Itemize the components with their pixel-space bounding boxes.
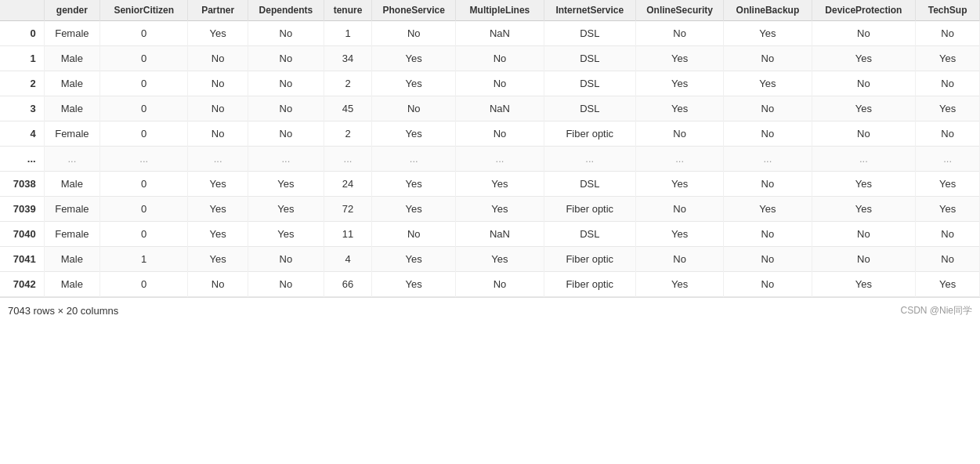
cell-techSupport: Yes bbox=[916, 96, 980, 121]
col-header-senior-citizen: SeniorCitizen bbox=[100, 0, 188, 21]
cell-phoneService: Yes bbox=[372, 46, 456, 71]
table-row: 7041Male1YesNo4YesYesFiber opticNoNoNoNo bbox=[0, 247, 980, 272]
cell-deviceProtection: No bbox=[812, 222, 916, 247]
cell-partner: No bbox=[188, 71, 248, 96]
cell-seniorCitizen: 0 bbox=[100, 121, 188, 147]
cell-seniorCitizen: 0 bbox=[100, 272, 188, 297]
cell-onlineBackup: No bbox=[724, 272, 812, 297]
cell-seniorCitizen: 0 bbox=[100, 71, 188, 96]
cell-internetService: Fiber optic bbox=[544, 247, 635, 272]
cell-seniorCitizen: 0 bbox=[100, 222, 188, 247]
cell-tenure: 24 bbox=[324, 172, 371, 197]
table-row: 7040Female0YesYes11NoNaNDSLYesNoNoNo bbox=[0, 222, 980, 247]
cell-onlineSecurity: Yes bbox=[635, 172, 723, 197]
cell-index: 7040 bbox=[0, 222, 44, 247]
cell-gender: ... bbox=[44, 147, 99, 172]
cell-onlineBackup: No bbox=[724, 222, 812, 247]
cell-techSupport: No bbox=[916, 21, 980, 46]
cell-phoneService: ... bbox=[372, 147, 456, 172]
table-row: 7039Female0YesYes72YesYesFiber opticNoYe… bbox=[0, 197, 980, 222]
cell-internetService: DSL bbox=[544, 71, 635, 96]
cell-techSupport: No bbox=[916, 71, 980, 96]
cell-multipleLines: Yes bbox=[456, 247, 544, 272]
cell-gender: Male bbox=[44, 96, 99, 121]
cell-techSupport: No bbox=[916, 222, 980, 247]
cell-deviceProtection: No bbox=[812, 247, 916, 272]
table-row: 7042Male0NoNo66YesNoFiber opticYesNoYesY… bbox=[0, 272, 980, 297]
cell-multipleLines: ... bbox=[456, 147, 544, 172]
table-row: 7038Male0YesYes24YesYesDSLYesNoYesYes bbox=[0, 172, 980, 197]
cell-deviceProtection: Yes bbox=[812, 197, 916, 222]
cell-gender: Female bbox=[44, 197, 99, 222]
cell-techSupport: Yes bbox=[916, 172, 980, 197]
col-header-multiple-lines: MultipleLines bbox=[456, 0, 544, 21]
cell-dependents: No bbox=[248, 247, 324, 272]
col-header-tech-support: TechSup bbox=[916, 0, 980, 21]
cell-seniorCitizen: 0 bbox=[100, 46, 188, 71]
cell-seniorCitizen: 1 bbox=[100, 247, 188, 272]
cell-gender: Male bbox=[44, 272, 99, 297]
cell-onlineSecurity: Yes bbox=[635, 46, 723, 71]
cell-internetService: Fiber optic bbox=[544, 272, 635, 297]
col-header-online-security: OnlineSecurity bbox=[635, 0, 723, 21]
cell-phoneService: Yes bbox=[372, 272, 456, 297]
cell-onlineBackup: Yes bbox=[724, 71, 812, 96]
cell-multipleLines: No bbox=[456, 121, 544, 147]
cell-tenure: 34 bbox=[324, 46, 371, 71]
cell-deviceProtection: Yes bbox=[812, 96, 916, 121]
cell-seniorCitizen: ... bbox=[100, 147, 188, 172]
cell-index: 4 bbox=[0, 121, 44, 147]
cell-onlineSecurity: No bbox=[635, 21, 723, 46]
cell-seniorCitizen: 0 bbox=[100, 96, 188, 121]
cell-seniorCitizen: 0 bbox=[100, 197, 188, 222]
cell-internetService: Fiber optic bbox=[544, 197, 635, 222]
cell-onlineBackup: Yes bbox=[724, 197, 812, 222]
cell-techSupport: ... bbox=[916, 147, 980, 172]
col-header-partner: Partner bbox=[188, 0, 248, 21]
cell-deviceProtection: No bbox=[812, 121, 916, 147]
cell-techSupport: Yes bbox=[916, 272, 980, 297]
cell-multipleLines: No bbox=[456, 272, 544, 297]
row-col-info: 7043 rows × 20 columns bbox=[8, 305, 118, 317]
col-header-index bbox=[0, 0, 44, 21]
col-header-device-protection: DeviceProtection bbox=[812, 0, 916, 21]
cell-partner: No bbox=[188, 96, 248, 121]
cell-onlineSecurity: ... bbox=[635, 147, 723, 172]
cell-partner: No bbox=[188, 272, 248, 297]
cell-deviceProtection: ... bbox=[812, 147, 916, 172]
cell-dependents: No bbox=[248, 96, 324, 121]
cell-index: 7041 bbox=[0, 247, 44, 272]
cell-multipleLines: Yes bbox=[456, 197, 544, 222]
cell-phoneService: No bbox=[372, 96, 456, 121]
cell-index: ... bbox=[0, 147, 44, 172]
brand-label: CSDN @Nie同学 bbox=[900, 304, 972, 317]
cell-phoneService: No bbox=[372, 21, 456, 46]
cell-dependents: ... bbox=[248, 147, 324, 172]
table-row: ....................................... bbox=[0, 147, 980, 172]
cell-onlineSecurity: Yes bbox=[635, 71, 723, 96]
cell-gender: Female bbox=[44, 121, 99, 147]
cell-techSupport: Yes bbox=[916, 46, 980, 71]
cell-onlineBackup: No bbox=[724, 172, 812, 197]
cell-partner: Yes bbox=[188, 21, 248, 46]
col-header-tenure: tenure bbox=[324, 0, 371, 21]
cell-techSupport: No bbox=[916, 247, 980, 272]
cell-dependents: No bbox=[248, 21, 324, 46]
cell-internetService: DSL bbox=[544, 46, 635, 71]
cell-onlineBackup: Yes bbox=[724, 21, 812, 46]
col-header-gender: gender bbox=[44, 0, 99, 21]
table-row: 1Male0NoNo34YesNoDSLYesNoYesYes bbox=[0, 46, 980, 71]
cell-dependents: No bbox=[248, 121, 324, 147]
cell-multipleLines: No bbox=[456, 46, 544, 71]
cell-internetService: Fiber optic bbox=[544, 121, 635, 147]
cell-index: 7039 bbox=[0, 197, 44, 222]
cell-multipleLines: NaN bbox=[456, 21, 544, 46]
cell-partner: ... bbox=[188, 147, 248, 172]
cell-partner: No bbox=[188, 121, 248, 147]
cell-onlineSecurity: No bbox=[635, 247, 723, 272]
cell-dependents: Yes bbox=[248, 197, 324, 222]
cell-onlineSecurity: Yes bbox=[635, 96, 723, 121]
cell-deviceProtection: Yes bbox=[812, 172, 916, 197]
cell-gender: Female bbox=[44, 21, 99, 46]
cell-techSupport: No bbox=[916, 121, 980, 147]
